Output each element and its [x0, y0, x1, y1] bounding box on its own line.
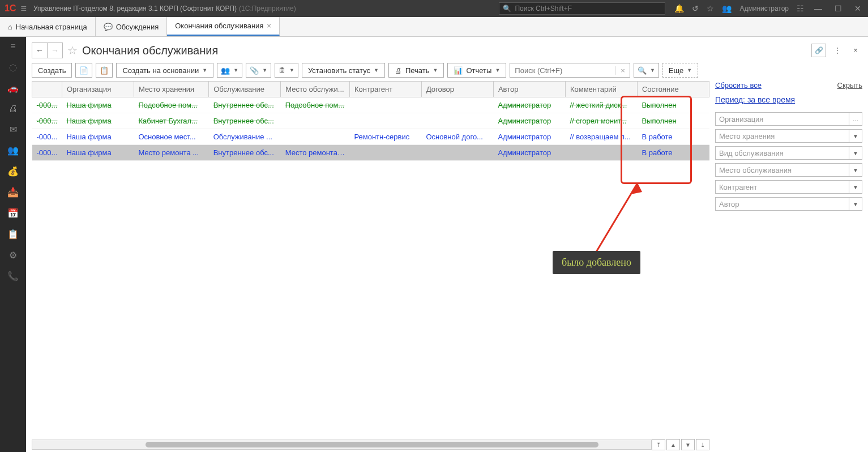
sidebar-users-icon[interactable]: 👥	[7, 145, 19, 156]
sidebar-phone-icon[interactable]: 📞	[7, 271, 19, 282]
table-area: ОрганизацияМесто храненияОбслуживаниеМес…	[32, 81, 709, 452]
filter-servplace[interactable]: Место обслуживания	[715, 163, 849, 177]
hide-filters-link[interactable]: Скрыть	[837, 81, 862, 89]
printer-icon: 🖨	[395, 66, 402, 75]
cell-serv: Внутреннее обс...	[209, 97, 281, 113]
people-button[interactable]: 👥▼	[217, 63, 242, 78]
column-header[interactable]: Организация	[62, 82, 134, 97]
clipboard-button[interactable]: 📎▼	[246, 63, 271, 78]
nav-back-button[interactable]: ←	[32, 42, 47, 58]
column-header[interactable]: Состояние	[637, 82, 709, 97]
clear-search-icon[interactable]: ×	[615, 66, 630, 75]
column-header[interactable]: Обслуживание	[209, 82, 281, 97]
app-subtitle: (1С:Предприятие)	[239, 5, 296, 12]
cell-store: Подсобное пом...	[134, 97, 208, 113]
filter-org[interactable]: Организация	[715, 112, 849, 126]
home-icon: ⌂	[8, 23, 12, 31]
cell-serv: Внутреннее обс...	[209, 113, 281, 129]
sidebar-dashboard-icon[interactable]: ◌	[9, 62, 17, 73]
cell-serv: Внутреннее обс...	[209, 145, 281, 161]
filter-servtype[interactable]: Вид обслуживания	[715, 146, 849, 160]
copy-button[interactable]: 📄	[75, 63, 92, 78]
column-header[interactable]: Комментарий	[565, 82, 637, 97]
sidebar-calendar-icon[interactable]: 📅	[7, 208, 19, 219]
scroll-up-button[interactable]: ▲	[666, 439, 680, 450]
data-table[interactable]: ОрганизацияМесто храненияОбслуживаниеМес…	[32, 81, 709, 161]
cell-contr	[349, 113, 421, 129]
list-button[interactable]: 📋	[96, 63, 113, 78]
global-search-placeholder: Поиск Ctrl+Shift+F	[515, 5, 572, 12]
column-header[interactable]: Место обслужи...	[281, 82, 350, 97]
set-status-button[interactable]: Установить статус▼	[302, 63, 385, 78]
minimize-button[interactable]: —	[812, 4, 824, 13]
filter-store-dd[interactable]: ▼	[849, 129, 862, 143]
filter-org-more[interactable]: …	[849, 112, 862, 126]
cell-org: Наша фирма	[62, 113, 134, 129]
scroll-down-button[interactable]: ▼	[681, 439, 695, 450]
sidebar-inbox-icon[interactable]: 📥	[7, 187, 19, 198]
filter-contr-dd[interactable]: ▼	[849, 180, 862, 194]
global-search[interactable]: 🔍 Поиск Ctrl+Shift+F	[499, 2, 665, 15]
sidebar: ≡ ◌ 🚗 🖨 ✉ 👥 💰 📥 📅 📋 ⚙ 📞	[0, 37, 26, 452]
sidebar-print-icon[interactable]: 🖨	[8, 104, 18, 114]
filter-servplace-dd[interactable]: ▼	[849, 163, 862, 177]
sidebar-gear-icon[interactable]: ⚙	[9, 250, 17, 261]
filter-author[interactable]: Автор	[715, 197, 849, 211]
scroll-top-button[interactable]: ⤒	[652, 439, 665, 450]
filter-author-dd[interactable]: ▼	[849, 197, 862, 211]
tab-home[interactable]: ⌂ Начальная страница	[0, 17, 96, 36]
reset-filters-link[interactable]: Сбросить все	[715, 81, 762, 89]
cell-comment: // жесткий диск...	[565, 97, 637, 113]
users-icon[interactable]: 👥	[722, 4, 732, 13]
horizontal-scrollbar[interactable]	[32, 440, 652, 450]
nav-forward-button[interactable]: →	[47, 42, 63, 58]
main-menu-icon[interactable]: ≡	[20, 3, 27, 15]
settings-icon[interactable]: ☷	[797, 4, 804, 13]
table-search[interactable]: ×	[510, 63, 630, 78]
table-row[interactable]: -000...Наша фирмаПодсобное пом...Внутрен…	[32, 97, 709, 113]
filter-contr[interactable]: Контрагент	[715, 180, 849, 194]
close-tab-icon[interactable]: ×	[267, 22, 271, 30]
create-based-button[interactable]: Создать на основании▼	[116, 63, 213, 78]
find-button[interactable]: 🔍▼	[634, 63, 659, 78]
cell-author: Администратор	[493, 129, 565, 145]
cell-num: -000...	[32, 129, 62, 145]
column-header[interactable]: Место хранения	[134, 82, 208, 97]
reports-button[interactable]: 📊Отчеты▼	[447, 63, 506, 78]
user-label[interactable]: Администратор	[739, 5, 789, 12]
tab-discussions[interactable]: 💬 Обсуждения	[96, 17, 168, 36]
close-page-icon[interactable]: ×	[849, 44, 862, 57]
filter-store[interactable]: Место хранения	[715, 129, 849, 143]
create-button[interactable]: Создать	[32, 63, 72, 78]
kebab-icon[interactable]: ⋮	[831, 44, 844, 57]
maximize-button[interactable]: ☐	[832, 4, 844, 13]
sidebar-copy-icon[interactable]: 📋	[7, 229, 19, 240]
column-header[interactable]: Договор	[421, 82, 493, 97]
sidebar-car-icon[interactable]: 🚗	[7, 83, 19, 93]
chat-icon: 💬	[104, 23, 113, 31]
link-icon[interactable]: 🔗	[811, 44, 826, 57]
table-row[interactable]: -000...Наша фирмаОсновное мест...Обслужи…	[32, 129, 709, 145]
column-header[interactable]: Контрагент	[349, 82, 421, 97]
date-button[interactable]: 🗓▼	[275, 63, 298, 78]
table-row[interactable]: -000...Наша фирмаКабинет Бухгал...Внутре…	[32, 113, 709, 129]
print-button[interactable]: 🖨Печать▼	[388, 63, 444, 78]
column-header[interactable]	[32, 82, 62, 97]
scroll-bottom-button[interactable]: ⤓	[696, 439, 709, 450]
period-link[interactable]: Период: за все время	[715, 95, 862, 104]
history-icon[interactable]: ↺	[692, 4, 699, 13]
favorite-toggle[interactable]: ☆	[67, 44, 78, 57]
table-search-input[interactable]	[510, 66, 615, 75]
star-icon[interactable]: ☆	[707, 4, 714, 13]
bell-icon[interactable]: 🔔	[674, 4, 684, 13]
column-header[interactable]: Автор	[493, 82, 565, 97]
sidebar-menu-icon[interactable]: ≡	[10, 41, 15, 52]
sidebar-money-icon[interactable]: 💰	[7, 166, 19, 177]
more-button[interactable]: Еще▼	[662, 63, 698, 78]
tab-current[interactable]: Окончания обслуживания ×	[167, 17, 280, 36]
table-row[interactable]: -000...Наша фирмаМесто ремонта ...Внутре…	[32, 145, 709, 161]
report-icon: 📊	[454, 66, 463, 75]
filter-servtype-dd[interactable]: ▼	[849, 146, 862, 160]
close-window-button[interactable]: ✕	[852, 4, 863, 13]
sidebar-mail-icon[interactable]: ✉	[10, 124, 17, 135]
